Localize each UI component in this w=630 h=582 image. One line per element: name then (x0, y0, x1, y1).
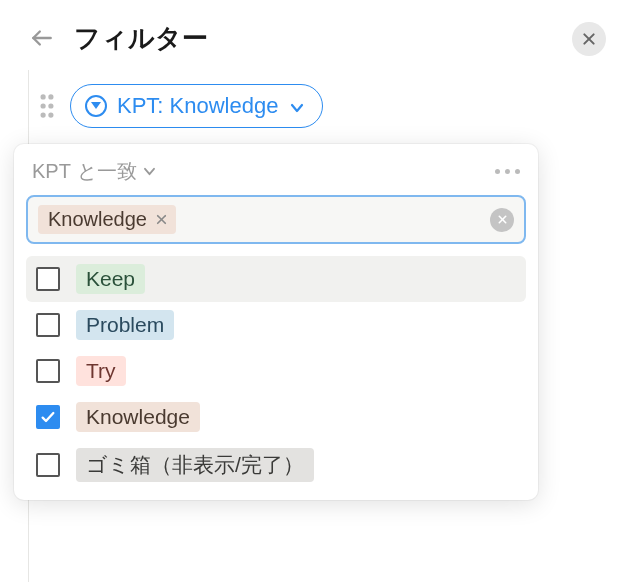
svg-point-3 (41, 94, 46, 99)
more-menu-button[interactable] (495, 169, 520, 174)
selected-tag-label: Knowledge (48, 208, 147, 231)
filter-chip[interactable]: KPT: Knowledge (70, 84, 323, 128)
filter-chip-label: KPT: Knowledge (117, 93, 278, 119)
drag-handle-icon[interactable] (38, 93, 56, 119)
svg-point-7 (41, 113, 46, 118)
chevron-down-icon (143, 167, 156, 176)
option-checkbox[interactable] (36, 405, 60, 429)
option-checkbox[interactable] (36, 359, 60, 383)
filter-row: KPT: Knowledge (0, 72, 630, 146)
option-tag-label: Try (76, 356, 126, 386)
filter-option-row[interactable]: Try (26, 348, 526, 394)
dropdown-circle-icon (85, 95, 107, 117)
option-checkbox[interactable] (36, 313, 60, 337)
match-prefix: KPT (32, 160, 71, 183)
option-tag-label: ゴミ箱（非表示/完了） (76, 448, 314, 482)
svg-point-5 (41, 103, 46, 108)
option-checkbox[interactable] (36, 267, 60, 291)
option-tag-label: Keep (76, 264, 145, 294)
svg-point-4 (48, 94, 53, 99)
filter-option-row[interactable]: Knowledge (26, 394, 526, 440)
clear-search-button[interactable] (490, 208, 514, 232)
chevron-down-icon (290, 93, 304, 119)
filter-option-row[interactable]: ゴミ箱（非表示/完了） (26, 440, 526, 490)
filter-header: フィルター (0, 0, 630, 72)
option-tag-label: Problem (76, 310, 174, 340)
match-suffix: と一致 (77, 158, 137, 185)
match-condition-selector[interactable]: KPT と一致 (32, 158, 156, 185)
selected-filter-tag: Knowledge (38, 205, 176, 234)
page-title: フィルター (74, 21, 208, 56)
filter-option-list: KeepProblemTryKnowledgeゴミ箱（非表示/完了） (14, 256, 538, 490)
filter-dropdown-panel: KPT と一致 Knowledge (14, 144, 538, 500)
option-checkbox[interactable] (36, 453, 60, 477)
panel-header: KPT と一致 (14, 158, 538, 195)
option-tag-label: Knowledge (76, 402, 200, 432)
filter-option-row[interactable]: Keep (26, 256, 526, 302)
tag-remove-icon[interactable] (155, 211, 168, 229)
back-arrow-icon[interactable] (24, 20, 60, 56)
filter-search-input[interactable]: Knowledge (26, 195, 526, 244)
svg-point-8 (48, 113, 53, 118)
close-button[interactable] (572, 22, 606, 56)
svg-marker-9 (91, 102, 101, 109)
svg-point-6 (48, 103, 53, 108)
filter-option-row[interactable]: Problem (26, 302, 526, 348)
